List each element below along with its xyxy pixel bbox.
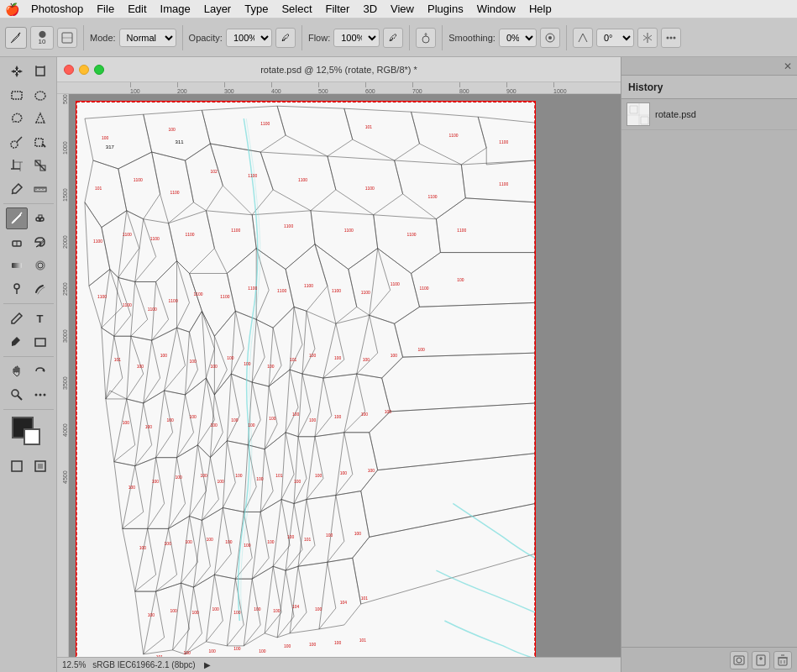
history-item-0[interactable]: rotate.psd xyxy=(621,99,797,130)
window-close-btn[interactable] xyxy=(64,65,74,75)
menu-plugins[interactable]: Plugins xyxy=(422,2,469,16)
svg-rect-57 xyxy=(38,464,43,469)
marquee-ellipse-tool[interactable] xyxy=(29,84,51,106)
blur-tool[interactable] xyxy=(29,255,51,276)
extra-btn[interactable] xyxy=(661,28,681,48)
menu-3d[interactable]: 3D xyxy=(357,2,383,16)
svg-text:100: 100 xyxy=(200,473,207,478)
svg-text:1100: 1100 xyxy=(193,291,202,297)
smudge-tool[interactable] xyxy=(29,278,51,300)
shape-tool[interactable] xyxy=(29,331,51,353)
menu-layer[interactable]: Layer xyxy=(198,2,238,16)
history-brush-tool[interactable] xyxy=(29,231,51,253)
smoothing-select[interactable]: 0% xyxy=(499,29,537,47)
rotate-view-tool[interactable] xyxy=(29,360,51,382)
svg-text:100: 100 xyxy=(184,650,191,655)
background-color[interactable] xyxy=(24,428,40,445)
symmetry-btn[interactable] xyxy=(637,28,658,48)
crop-tool[interactable] xyxy=(6,155,28,176)
svg-text:100: 100 xyxy=(128,485,136,490)
svg-text:1100: 1100 xyxy=(304,283,313,288)
svg-text:1100: 1100 xyxy=(148,307,157,312)
menu-file[interactable]: File xyxy=(91,2,120,16)
hand-tool[interactable] xyxy=(6,360,28,382)
opacity-pressure-btn[interactable]: 🖊 xyxy=(275,28,296,48)
svg-text:1100: 1100 xyxy=(170,190,180,195)
svg-text:100: 100 xyxy=(334,414,342,419)
type-tool[interactable]: T xyxy=(29,307,51,329)
lasso-tool[interactable] xyxy=(6,108,28,129)
svg-text:311: 311 xyxy=(176,139,185,144)
svg-point-52 xyxy=(34,394,37,396)
brush-settings-btn[interactable] xyxy=(57,28,77,48)
canvas-scroll-area[interactable]: 100 100 1100 101 1100 1100 101 1100 1 xyxy=(69,94,621,657)
menu-view[interactable]: View xyxy=(385,2,420,16)
ruler-tool[interactable] xyxy=(29,178,51,200)
gradient-tool[interactable] xyxy=(6,255,28,276)
flow-select[interactable]: 100% xyxy=(333,29,380,47)
tool-row-7 xyxy=(6,207,51,229)
tool-row-12 xyxy=(6,331,51,353)
v-ruler-1500: 1500 xyxy=(61,188,68,235)
svg-text:100: 100 xyxy=(294,479,301,484)
brush-size-box[interactable]: ⬤ 10 xyxy=(30,26,54,50)
window-maximize-btn[interactable] xyxy=(94,65,104,75)
menu-edit[interactable]: Edit xyxy=(122,2,152,16)
poly-lasso-tool[interactable] xyxy=(29,108,51,129)
right-panel: ✕ History xyxy=(621,57,797,672)
menu-type[interactable]: Type xyxy=(239,2,274,16)
angle-select[interactable]: 0° xyxy=(596,29,634,47)
panel-close-btn[interactable]: ✕ xyxy=(782,60,794,72)
tool-row-10 xyxy=(6,278,51,300)
tool-row-mask xyxy=(6,455,51,477)
artboard-tool[interactable] xyxy=(29,60,51,82)
object-selection-tool[interactable] xyxy=(29,131,51,153)
eraser-tool[interactable] xyxy=(6,231,28,253)
magic-wand-tool[interactable] xyxy=(6,131,28,153)
brush-tool-icon[interactable] xyxy=(5,27,27,49)
flow-pressure-btn[interactable]: 🖊 xyxy=(383,28,403,48)
zoom-tool[interactable] xyxy=(6,384,28,406)
menu-help[interactable]: Help xyxy=(523,2,558,16)
tool-row-13 xyxy=(6,360,51,382)
divider-4 xyxy=(409,25,410,50)
stamp-tool[interactable] xyxy=(29,207,51,229)
create-new-document-btn[interactable] xyxy=(752,651,770,669)
airbrush-btn[interactable] xyxy=(416,28,436,48)
canvas-document[interactable]: 100 100 1100 101 1100 1100 101 1100 1 xyxy=(76,101,536,657)
mode-select[interactable]: Normal Multiply Screen xyxy=(119,29,176,47)
eyedropper-tool[interactable] xyxy=(6,178,28,200)
pen-tool[interactable] xyxy=(6,307,28,329)
extras-tool[interactable] xyxy=(29,384,51,406)
apple-menu[interactable]: 🍎 xyxy=(3,0,20,18)
slice-tool[interactable] xyxy=(29,155,51,176)
smoothing-settings-btn[interactable] xyxy=(540,28,560,48)
opacity-select[interactable]: 100% xyxy=(226,29,272,47)
menu-select[interactable]: Select xyxy=(275,2,317,16)
dodge-tool[interactable] xyxy=(6,278,28,300)
quick-mask-btn[interactable] xyxy=(29,455,51,477)
zoom-level: 12.5% xyxy=(62,660,86,669)
delete-state-btn[interactable] xyxy=(773,651,792,669)
svg-text:100: 100 xyxy=(334,640,342,645)
svg-point-20 xyxy=(11,141,18,148)
brush-tool[interactable] xyxy=(6,207,28,229)
window-minimize-btn[interactable] xyxy=(79,65,89,75)
marquee-rect-tool[interactable] xyxy=(6,84,28,106)
svg-text:1100: 1100 xyxy=(284,223,293,228)
svg-text:1100: 1100 xyxy=(457,228,466,233)
svg-text:100: 100 xyxy=(315,606,322,612)
svg-text:1100: 1100 xyxy=(248,286,257,291)
arrow-indicator: ▶ xyxy=(204,660,211,669)
create-snapshot-btn[interactable] xyxy=(730,651,748,669)
menu-image[interactable]: Image xyxy=(155,2,197,16)
path-selection-tool[interactable] xyxy=(6,331,28,353)
svg-text:100: 100 xyxy=(457,277,464,282)
svg-text:100: 100 xyxy=(190,359,197,364)
svg-text:100: 100 xyxy=(244,361,251,366)
move-tool[interactable] xyxy=(6,60,28,82)
menu-filter[interactable]: Filter xyxy=(320,2,356,16)
menu-window[interactable]: Window xyxy=(471,2,522,16)
standard-mode-btn[interactable] xyxy=(6,455,28,477)
menu-photoshop[interactable]: Photoshop xyxy=(25,2,89,16)
